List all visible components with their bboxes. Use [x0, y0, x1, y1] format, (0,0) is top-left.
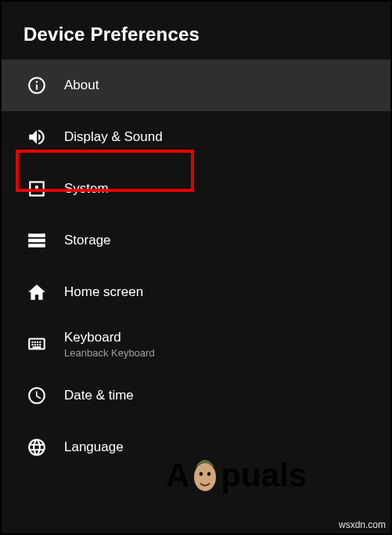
list-item-home-screen[interactable]: Home screen: [2, 266, 390, 318]
list-item-label: System: [64, 181, 109, 197]
list-item-label: Storage: [64, 233, 111, 248]
system-icon: [27, 179, 47, 199]
list-item-system[interactable]: System: [2, 163, 390, 215]
list-item-date-time[interactable]: Date & time: [2, 370, 390, 421]
list-item-display-sound[interactable]: Display & Sound: [2, 111, 390, 163]
device-preferences-screen: Device Preferences About Display & Sound: [0, 0, 392, 535]
list-item-label: Display & Sound: [64, 129, 163, 145]
list-item-label: Keyboard: [64, 330, 155, 345]
list-item-label: Language: [64, 439, 124, 455]
list-item-labels: Language: [64, 439, 124, 455]
list-item-sublabel: Leanback Keyboard: [64, 347, 155, 359]
language-icon: [27, 437, 47, 457]
list-item-labels: Display & Sound: [64, 129, 163, 145]
list-item-labels: Storage: [64, 233, 111, 248]
list-item-label: Home screen: [64, 284, 143, 300]
list-item-labels: Keyboard Leanback Keyboard: [64, 330, 155, 359]
list-item-keyboard[interactable]: Keyboard Leanback Keyboard: [2, 318, 390, 370]
list-item-language[interactable]: Language: [2, 421, 390, 473]
info-icon: [27, 75, 47, 96]
volume-icon: [27, 127, 47, 147]
list-item-about[interactable]: About: [2, 60, 390, 111]
list-item-labels: System: [64, 181, 109, 197]
keyboard-icon: [27, 334, 47, 354]
home-icon: [27, 282, 47, 302]
list-item-labels: About: [64, 78, 99, 93]
watermark-site: wsxdn.com: [339, 519, 386, 530]
settings-list: About Display & Sound System Sto: [2, 60, 390, 473]
page-title: Device Preferences: [23, 23, 369, 45]
list-item-labels: Date & time: [64, 388, 134, 403]
storage-icon: [27, 230, 47, 251]
clock-icon: [27, 385, 47, 406]
list-item-labels: Home screen: [64, 284, 143, 300]
list-item-label: Date & time: [64, 388, 134, 403]
list-item-storage[interactable]: Storage: [2, 215, 390, 266]
list-item-label: About: [64, 78, 99, 93]
header: Device Preferences: [2, 2, 390, 60]
